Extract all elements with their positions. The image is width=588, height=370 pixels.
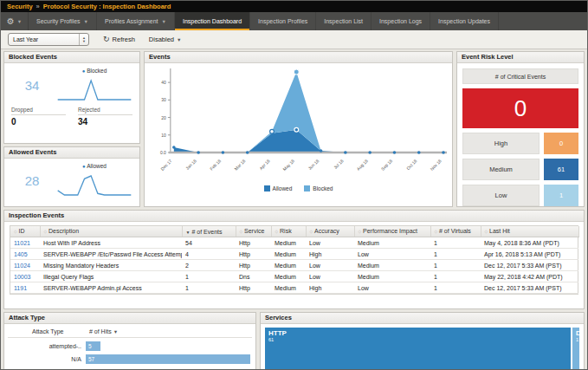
legend-dot-icon: ●: [82, 164, 86, 169]
service-label: HTTP: [268, 329, 567, 337]
panel-title: Allowed Events: [4, 147, 139, 159]
svg-text:Jan 18: Jan 18: [184, 158, 197, 171]
table-cell: 2: [182, 260, 236, 271]
table-cell: 1: [430, 249, 481, 260]
table-cell: Http: [236, 237, 271, 249]
column-header--of-events[interactable]: ▼# of Events: [182, 226, 236, 237]
tab-inspection-dashboard[interactable]: Inspection Dashboard: [175, 12, 250, 30]
table-cell: Low: [354, 249, 430, 260]
table-row: 1405SERVER-WEBAPP /Etc/Passwd File Acces…: [10, 249, 578, 260]
risk-count-badge[interactable]: 1: [544, 185, 578, 206]
events-chart-legend: Allowed Blocked: [148, 185, 449, 191]
risk-row-low: Low1: [462, 185, 578, 206]
table-cell: Medium: [271, 249, 306, 260]
table-cell: SERVER-WEBAPP /Etc/Passwd File Access At…: [40, 249, 182, 260]
tab-inspection-profiles[interactable]: Inspection Profiles: [250, 12, 316, 30]
allowed-events-count: 28: [10, 161, 55, 200]
tab-profiles-assignment[interactable]: Profiles Assignment ▼: [97, 12, 175, 30]
table-row: 11021Host With IP Address54HttpMediumLow…: [10, 237, 578, 249]
dropped-stat: Dropped 0: [11, 107, 66, 127]
refresh-icon: ↻: [103, 36, 110, 43]
event-id-link[interactable]: 11021: [10, 237, 40, 249]
svg-text:0.0: 0.0: [160, 150, 166, 155]
svg-text:Sep 18: Sep 18: [380, 158, 394, 172]
protocol-security-dashboard: { "breadcrumb": { "section": "Security",…: [0, 0, 588, 370]
column-header-last-hit[interactable]: ⬦Last Hit: [481, 226, 578, 237]
table-cell: High: [306, 249, 354, 260]
time-period-select[interactable]: Last Year ▲▼: [8, 33, 89, 46]
table-header-row: ⬦ID⬦Description▼# of Events⬦Service⬦Risk…: [10, 226, 578, 237]
allowed-swatch-icon: [264, 185, 270, 191]
table-cell: Http: [236, 282, 271, 294]
bar-track: 57: [86, 354, 250, 364]
svg-text:30: 30: [161, 97, 166, 102]
events-chart: 0.010203040Dec 17Jan 18Feb 18Mar 18Apr 1…: [148, 66, 449, 185]
treemap-box-http[interactable]: HTTP61: [265, 328, 571, 370]
sort-icon: ⬦: [359, 229, 362, 234]
attack-row: N/A57: [4, 354, 250, 364]
select-stepper-icon: ▲▼: [79, 34, 88, 45]
table-cell: Medium: [354, 260, 430, 271]
column-header-performance-impact[interactable]: ⬦Performance Impact: [354, 226, 430, 237]
tab-inspection-updates[interactable]: Inspection Updates: [430, 12, 499, 30]
table-cell: Medium: [271, 282, 306, 294]
svg-text:Apr 18: Apr 18: [258, 158, 271, 171]
table-cell: 1: [430, 271, 481, 282]
spark-legend: ● Allowed: [55, 163, 134, 169]
settings-menu-button[interactable]: ⚙ ▼: [1, 12, 29, 30]
svg-text:Oct 18: Oct 18: [405, 158, 418, 171]
svg-text:10: 10: [161, 133, 166, 138]
risk-count-badge[interactable]: 0: [544, 133, 578, 154]
breadcrumb-section[interactable]: Security: [7, 3, 33, 10]
table-cell: Http: [236, 249, 271, 260]
attack-type-label: attempted-..: [4, 343, 86, 349]
sort-icon: ⬦: [310, 229, 313, 234]
column-header-accuracy[interactable]: ⬦Accuracy: [306, 226, 354, 237]
sort-desc-icon: ▼: [186, 230, 191, 235]
risk-label: Medium: [462, 159, 540, 180]
table-cell: SERVER-WEBAPP Admin.pl Access: [40, 282, 182, 294]
panel-title: Inspection Events: [4, 211, 584, 222]
tab-inspection-list[interactable]: Inspection List: [316, 12, 372, 30]
event-id-link[interactable]: 1405: [10, 249, 40, 260]
table-row: 11024Missing Mandatory Headers2HttpMediu…: [10, 260, 578, 271]
table-cell: 1: [430, 260, 481, 271]
rejected-stat: Rejected 34: [78, 107, 132, 127]
page-title: Protocol Security : Inspection Dashboard: [43, 3, 171, 10]
disabled-dropdown[interactable]: Disabled ▼: [149, 36, 182, 43]
services-treemap: HTTP61DNS1: [265, 328, 579, 370]
table-cell: 4: [182, 249, 236, 260]
sort-icon: ⬦: [485, 229, 488, 234]
legend-dot-icon: ●: [82, 68, 86, 74]
tab-inspection-logs[interactable]: Inspection Logs: [372, 12, 430, 30]
hits-bar[interactable]: 57: [86, 354, 250, 364]
tab-security-profiles[interactable]: Security Profiles ▼: [29, 12, 97, 30]
table-cell: Low: [306, 271, 354, 282]
event-id-link[interactable]: 11024: [10, 260, 40, 271]
panel-title: Services: [261, 313, 584, 324]
hits-bar[interactable]: 5: [86, 341, 100, 351]
attack-type-panel: Attack Type Attack Type # of Hits ▼ atte…: [3, 312, 256, 370]
column-header--of-virtuals[interactable]: ⬦# of Virtuals: [430, 226, 481, 237]
svg-text:Aug 18: Aug 18: [356, 158, 370, 172]
blocked-swatch-icon: [304, 185, 310, 191]
risk-row-medium: Medium61: [462, 159, 578, 180]
hits-sort-header[interactable]: # of Hits ▼: [89, 328, 118, 334]
column-header-description[interactable]: ⬦Description: [40, 226, 182, 237]
table-cell: Medium: [354, 237, 430, 249]
svg-text:Jul 18: Jul 18: [333, 158, 345, 170]
svg-text:Dec 17: Dec 17: [159, 158, 172, 172]
sort-icon: ⬦: [240, 229, 243, 234]
refresh-button[interactable]: ↻ Refresh: [103, 36, 135, 43]
event-id-link[interactable]: 1191: [10, 282, 40, 294]
breadcrumb-separator: »: [36, 3, 40, 10]
svg-text:Mar 18: Mar 18: [233, 158, 246, 171]
sort-icon: ⬦: [275, 229, 279, 234]
column-header-service[interactable]: ⬦Service: [236, 226, 271, 237]
event-id-link[interactable]: 10003: [10, 271, 40, 282]
column-header-id[interactable]: ⬦ID: [10, 226, 40, 237]
risk-count-badge[interactable]: 61: [544, 159, 578, 180]
column-header-risk[interactable]: ⬦Risk: [271, 226, 306, 237]
treemap-box-dns[interactable]: DNS1: [572, 328, 579, 370]
panel-title: Blocked Events: [4, 52, 139, 63]
